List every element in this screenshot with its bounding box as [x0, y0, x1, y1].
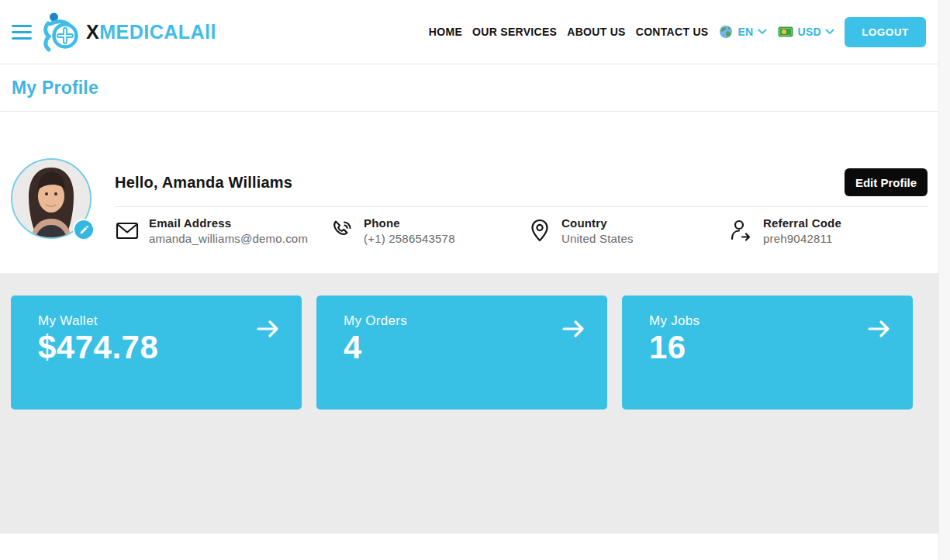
field-email: Email Address amanda_williams@demo.com	[115, 216, 330, 245]
field-label: Email Address	[149, 216, 308, 230]
currency-selector[interactable]: USD	[778, 26, 834, 38]
field-phone: Phone (+1) 2586543578	[330, 216, 527, 245]
field-value: preh9042811	[763, 232, 841, 245]
profile-summary: Hello, Amanda Williams Edit Profile Emai…	[0, 158, 938, 245]
profile-page: XMEDICALAll HOME OUR SERVICES ABOUT US C…	[0, 0, 950, 560]
hamburger-icon[interactable]	[12, 25, 32, 40]
scrollbar-track[interactable]	[938, 0, 950, 560]
chevron-down-icon	[758, 29, 767, 35]
brand-name: XMEDICALAll	[86, 21, 216, 43]
main-nav: HOME OUR SERVICES ABOUT US CONTACT US EN	[419, 17, 926, 47]
money-icon	[778, 26, 793, 37]
page-title-row: My Profile	[0, 64, 938, 99]
avatar-edit-button[interactable]	[73, 219, 95, 240]
nav-our-services[interactable]: OUR SERVICES	[472, 26, 557, 38]
globe-icon	[719, 25, 733, 39]
field-label: Country	[561, 216, 634, 230]
field-label: Phone	[364, 216, 455, 230]
greeting-row: Hello, Amanda Williams Edit Profile	[115, 168, 928, 196]
field-referral-code: Referral Code preh9042811	[729, 216, 928, 245]
chevron-down-icon	[825, 29, 834, 35]
stats-section: My Wallet $474.78 My Orders 4 My Jobs 16	[0, 273, 938, 534]
avatar-wrap	[11, 158, 92, 239]
location-icon	[527, 218, 552, 243]
field-value: United States	[561, 232, 634, 245]
field-value: (+1) 2586543578	[364, 232, 455, 245]
my-wallet-card[interactable]: My Wallet $474.78	[11, 296, 302, 410]
arrow-right-icon	[561, 317, 587, 340]
currency-selected: USD	[798, 26, 821, 38]
nav-contact-us[interactable]: CONTACT US	[636, 26, 709, 38]
nav-home[interactable]: HOME	[429, 26, 462, 38]
brand-word: MEDICALAll	[99, 21, 216, 43]
referral-icon	[729, 218, 754, 243]
title-divider	[0, 111, 938, 112]
greeting-text: Hello, Amanda Williams	[115, 174, 292, 192]
language-selector[interactable]: EN	[719, 25, 766, 39]
field-label: Referral Code	[763, 216, 841, 230]
field-value: amanda_williams@demo.com	[149, 232, 308, 245]
top-navbar: XMEDICALAll HOME OUR SERVICES ABOUT US C…	[0, 0, 938, 64]
nav-about-us[interactable]: ABOUT US	[567, 26, 626, 38]
logout-button[interactable]: LOGOUT	[845, 17, 926, 47]
brand-logo[interactable]: XMEDICALAll	[38, 12, 216, 52]
email-icon	[115, 218, 140, 243]
my-jobs-card[interactable]: My Jobs 16	[622, 296, 913, 410]
phone-icon	[330, 218, 354, 243]
field-country: Country United States	[527, 216, 729, 245]
medical-person-cross-icon	[38, 12, 81, 52]
page-title: My Profile	[0, 64, 938, 99]
arrow-right-icon	[255, 317, 282, 340]
profile-fields: Email Address amanda_williams@demo.com P…	[115, 216, 928, 245]
pencil-icon	[79, 225, 89, 235]
profile-main: Hello, Amanda Williams Edit Profile Emai…	[115, 158, 928, 245]
arrow-right-icon	[866, 317, 893, 340]
my-orders-card[interactable]: My Orders 4	[316, 296, 607, 410]
bottom-spacer	[0, 534, 938, 560]
profile-divider	[115, 206, 928, 207]
language-selected: EN	[738, 26, 753, 38]
brand-prefix: X	[86, 21, 99, 43]
edit-profile-button[interactable]: Edit Profile	[845, 168, 928, 196]
